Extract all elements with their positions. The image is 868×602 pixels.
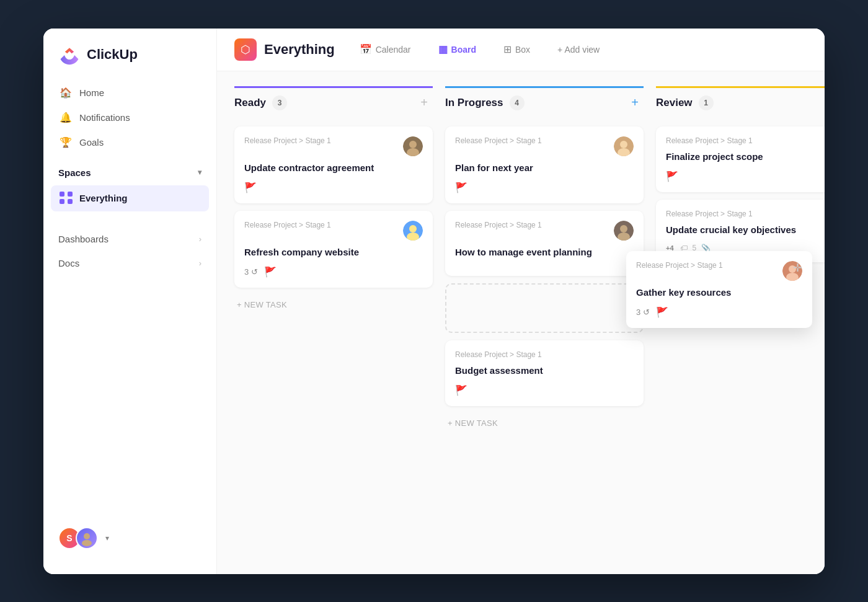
column-header-in-progress: In Progress 4 + <box>445 86 644 119</box>
task-card-top-4: Release Project > Stage 1 <box>455 221 634 241</box>
task-footer-6: 🚩 <box>666 170 825 182</box>
tab-calendar[interactable]: 📅 Calendar <box>350 38 421 60</box>
task-card-plan-next-year[interactable]: Release Project > Stage 1 Plan for next … <box>445 126 644 203</box>
tab-box[interactable]: ⊞ Box <box>494 38 540 60</box>
avatar-user-2 <box>76 527 98 549</box>
flag-red-icon-3: 🚩 <box>455 182 467 193</box>
task-title-6: Finalize project scope <box>666 150 825 163</box>
sidebar-item-goals[interactable]: 🏆 Goals <box>51 130 209 155</box>
home-icon: 🏠 <box>60 87 72 99</box>
column-add-button-in-progress[interactable]: + <box>626 94 644 112</box>
sidebar-item-notifications-label: Notifications <box>79 112 130 123</box>
plus-badge-7: +4 <box>666 244 674 252</box>
dashboards-chevron-icon: › <box>199 234 202 244</box>
floating-card-title: Gather key resources <box>636 286 802 299</box>
column-header-ready: Ready 3 + <box>234 86 433 119</box>
floating-card-top: Release Project > Stage 1 <box>636 261 802 281</box>
board-icon: ▦ <box>438 43 448 55</box>
tab-calendar-label: Calendar <box>376 45 411 55</box>
svg-point-9 <box>620 141 627 148</box>
task-comment-count-2: 3 ↺ <box>244 267 258 277</box>
new-task-button-in-progress[interactable]: + NEW TASK <box>445 414 644 433</box>
sidebar-item-everything[interactable]: Everything <box>51 185 209 211</box>
task-card-update-contractor[interactable]: Release Project > Stage 1 Update contrac… <box>234 126 433 203</box>
sidebar-item-goals-label: Goals <box>79 137 104 148</box>
avatar-person3-icon <box>614 136 634 156</box>
task-footer-3: 🚩 <box>455 182 634 193</box>
task-avatar-2 <box>403 221 423 241</box>
avatar-person1-icon <box>403 136 423 156</box>
flag-red-icon-6: 🚩 <box>666 170 678 182</box>
spaces-chevron-icon: ▾ <box>198 168 202 177</box>
task-card-top-3: Release Project > Stage 1 <box>455 136 634 156</box>
task-card-top-7: Release Project > Stage 1 <box>666 210 825 218</box>
task-card-event-planning[interactable]: Release Project > Stage 1 How to manage … <box>445 211 644 276</box>
task-project-1: Release Project > Stage 1 <box>244 136 331 145</box>
new-task-button-ready[interactable]: + NEW TASK <box>234 295 433 314</box>
box-icon: ⊞ <box>503 43 512 55</box>
task-card-refresh-website[interactable]: Release Project > Stage 1 Refresh compan… <box>234 211 433 288</box>
app-name: ClickUp <box>87 46 138 63</box>
task-project-2: Release Project > Stage 1 <box>244 221 331 229</box>
svg-point-0 <box>84 533 90 539</box>
board-wrapper: Ready 3 + Release Project > Stage 1 <box>217 71 825 574</box>
column-title-group-in-progress: In Progress 4 <box>445 95 525 110</box>
sidebar: ClickUp 🏠 Home 🔔 Notifications 🏆 Goals S… <box>43 29 217 574</box>
spaces-header[interactable]: Spaces ▾ <box>58 167 202 178</box>
column-ready: Ready 3 + Release Project > Stage 1 <box>234 86 433 559</box>
add-view-button[interactable]: + Add view <box>547 40 609 60</box>
task-card-placeholder <box>445 283 644 333</box>
column-add-button-ready[interactable]: + <box>415 94 433 112</box>
goals-icon: 🏆 <box>60 136 72 149</box>
sidebar-item-docs[interactable]: Docs › <box>50 252 210 275</box>
task-title-3: Plan for next year <box>455 161 634 174</box>
svg-point-1 <box>82 540 92 546</box>
column-title-group-review: Review 1 <box>656 95 714 110</box>
task-title-4: How to manage event planning <box>455 246 634 259</box>
main-content: ⬡ Everything 📅 Calendar ▦ Board ⊞ Box + … <box>217 29 825 574</box>
column-count-review: 1 <box>699 95 714 110</box>
avatar-group: S <box>58 527 98 549</box>
task-card-top-6: Release Project > Stage 1 <box>666 136 825 145</box>
docs-chevron-icon: › <box>199 259 202 268</box>
sidebar-item-home[interactable]: 🏠 Home <box>51 81 209 105</box>
spaces-section: Spaces ▾ <box>43 155 216 183</box>
task-project-3: Release Project > Stage 1 <box>455 136 542 145</box>
flag-orange-icon: 🚩 <box>244 182 257 193</box>
sidebar-user-chevron-icon[interactable]: ▾ <box>105 534 109 542</box>
sidebar-dashboards-group: Dashboards › Docs › <box>43 214 216 281</box>
column-count-in-progress: 4 <box>510 95 525 110</box>
tab-box-label: Box <box>515 45 530 55</box>
flag-green-icon: 🚩 <box>264 266 277 278</box>
avatar-face-icon <box>78 529 95 547</box>
task-footer-1: 🚩 <box>244 182 423 193</box>
sidebar-item-notifications[interactable]: 🔔 Notifications <box>51 105 209 130</box>
task-card-finalize-scope[interactable]: Release Project > Stage 1 Finalize proje… <box>656 126 825 192</box>
avatar-initials: S <box>66 533 72 543</box>
bell-icon: 🔔 <box>60 112 72 124</box>
flag-green-icon-floating: 🚩 <box>656 306 668 318</box>
task-avatar-3 <box>614 136 634 156</box>
add-view-label: + Add view <box>557 45 600 55</box>
docs-label: Docs <box>58 258 79 268</box>
column-title-review: Review <box>656 97 693 109</box>
task-card-budget-assessment[interactable]: Release Project > Stage 1 Budget assessm… <box>445 340 644 406</box>
flag-orange-icon-5: 🚩 <box>455 384 467 396</box>
sidebar-item-dashboards[interactable]: Dashboards › <box>50 228 210 250</box>
column-count-ready: 3 <box>272 95 287 110</box>
column-in-progress: In Progress 4 + Release Project > Stage … <box>445 86 644 559</box>
sidebar-item-home-label: Home <box>79 87 104 98</box>
task-project-4: Release Project > Stage 1 <box>455 221 542 229</box>
floating-card-comments: 3 ↺ <box>636 308 650 317</box>
task-card-top-2: Release Project > Stage 1 <box>244 221 423 241</box>
floating-card-footer: 3 ↺ 🚩 <box>636 306 802 318</box>
sidebar-bottom: S ▾ <box>43 517 216 559</box>
task-card-top-1: Release Project > Stage 1 <box>244 136 423 156</box>
svg-point-3 <box>409 141 417 148</box>
tab-board[interactable]: ▦ Board <box>428 38 486 60</box>
task-project-5: Release Project > Stage 1 <box>455 350 542 359</box>
floating-card-gather-resources[interactable]: ✛ Release Project > Stage 1 Gather key r… <box>626 251 812 328</box>
task-footer-2: 3 ↺ 🚩 <box>244 266 423 278</box>
task-card-top-5: Release Project > Stage 1 <box>455 350 634 359</box>
clickup-logo-icon <box>58 43 81 66</box>
